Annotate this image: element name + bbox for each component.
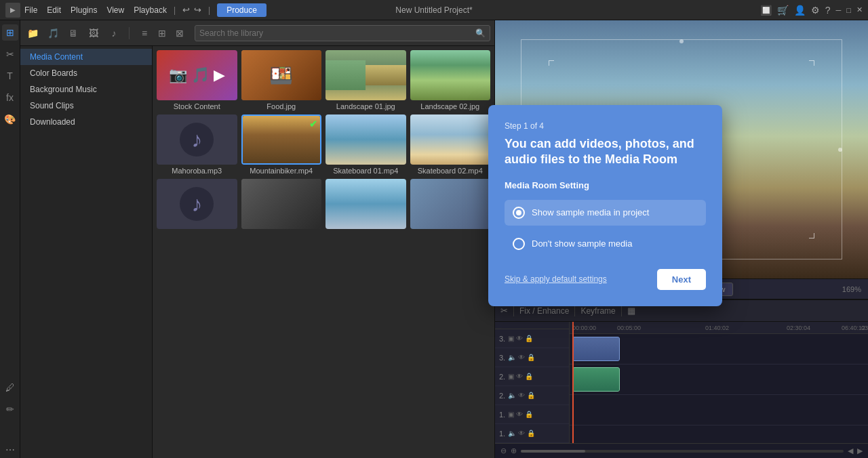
nav-sound-clips[interactable]: Sound Clips	[20, 98, 152, 114]
skateboard02-thumb[interactable]	[410, 114, 491, 165]
list-item[interactable]: 📷 🎵 ▶ Stock Content	[157, 50, 237, 110]
list-item[interactable]: Landscape 02.jpg	[410, 50, 491, 110]
audio-filter-icon[interactable]: 🎵	[45, 25, 61, 41]
undo-icon[interactable]: ↩	[182, 5, 190, 15]
mountainbiker-thumb[interactable]: ✔	[241, 114, 322, 165]
track-2v-area[interactable]	[570, 395, 868, 425]
track-2a-area[interactable]	[570, 425, 868, 443]
landscape02-thumb[interactable]	[410, 50, 491, 100]
list-view-icon[interactable]: ≡	[136, 25, 153, 41]
timeline-scrollbar[interactable]	[521, 450, 844, 453]
menu-file[interactable]: File	[24, 5, 37, 15]
track-lock-icon[interactable]: 🔒	[527, 354, 535, 361]
radio-dont-show[interactable]: Don't show sample media	[505, 231, 706, 257]
clip-3v[interactable]	[572, 337, 620, 361]
clip-3a[interactable]	[572, 367, 620, 392]
search-icon[interactable]: 🔍	[475, 28, 486, 38]
video-filter-icon[interactable]: 🖥	[65, 25, 81, 41]
nav-downloaded[interactable]: Downloaded	[20, 114, 152, 130]
track-eye-icon[interactable]: 👁	[518, 430, 525, 437]
plane-thumb[interactable]	[410, 179, 491, 229]
settings-icon[interactable]: ⚙	[811, 5, 820, 16]
list-item[interactable]	[410, 179, 491, 231]
list-item[interactable]: ♪ Mahoroba.mp3	[157, 114, 237, 175]
pushup-thumb[interactable]	[241, 179, 322, 229]
menu-plugins[interactable]: Plugins	[71, 5, 97, 15]
image-filter-icon[interactable]: 🖼	[85, 25, 102, 41]
list-item[interactable]: ✔ Mountainbiker.mp4	[241, 114, 322, 175]
minimize-icon[interactable]: ─	[836, 6, 842, 14]
keyframe-label[interactable]: Keyframe	[580, 306, 615, 316]
track-box-icon: ▣	[508, 411, 514, 418]
landscape01-thumb[interactable]	[326, 50, 406, 100]
track-lock-icon[interactable]: 🔒	[525, 411, 533, 418]
grid-view-icon[interactable]: ⊞	[154, 25, 170, 41]
sidebar-pencil-icon[interactable]: ✏	[2, 401, 18, 417]
track-3a-area[interactable]	[570, 365, 868, 395]
mahoroba-thumb[interactable]: ♪	[157, 114, 237, 165]
track-lock-icon[interactable]: 🔒	[525, 335, 533, 342]
large-grid-icon[interactable]: ⊠	[172, 25, 188, 41]
nav-background-music[interactable]: Background Music	[20, 81, 152, 98]
sidebar-media-icon[interactable]: ⊞	[2, 24, 18, 41]
sidebar-text-icon[interactable]: T	[2, 68, 18, 84]
sidebar-cut-icon[interactable]: ✂	[2, 46, 18, 62]
track-3v-area[interactable]	[570, 334, 868, 365]
import-folder-icon[interactable]: 📁	[24, 25, 41, 41]
scroll-right-icon[interactable]: ▶	[857, 446, 863, 455]
sidebar-pen-icon[interactable]: 🖊	[2, 379, 18, 396]
menu-playback[interactable]: Playback	[134, 5, 167, 15]
help-icon[interactable]: ?	[825, 5, 831, 16]
track-lock-icon[interactable]: 🔒	[527, 430, 535, 437]
surf-thumb[interactable]	[326, 179, 406, 229]
music-filter-icon[interactable]: ♪	[106, 25, 122, 41]
cut-icon[interactable]: ✂	[500, 306, 508, 316]
track-eye-icon[interactable]: 👁	[516, 411, 523, 418]
skip-link[interactable]: Skip & apply default settings	[505, 274, 607, 284]
nav-media-content[interactable]: Media Content	[20, 49, 152, 65]
list-item[interactable]: 🍱 Food.jpg	[241, 50, 322, 110]
menu-view[interactable]: View	[106, 5, 124, 15]
search-input[interactable]	[199, 28, 473, 38]
fix-enhance-label[interactable]: Fix / Enhance	[519, 306, 569, 316]
radio-show-sample[interactable]: Show sample media in project	[505, 200, 706, 226]
track-eye-icon[interactable]: 👁	[516, 335, 523, 342]
nav-color-boards[interactable]: Color Boards	[20, 65, 152, 81]
ruler-mark: 02:30:04	[787, 325, 810, 331]
list-item[interactable]: Landscape 01.jpg	[326, 50, 406, 110]
produce-button[interactable]: Produce	[217, 3, 267, 17]
sidebar-color-icon[interactable]: 🎨	[2, 111, 18, 127]
food-thumb[interactable]: 🍱	[241, 50, 322, 100]
list-item[interactable]	[241, 179, 322, 231]
redo-icon[interactable]: ↪	[194, 5, 201, 15]
sidebar-more-icon[interactable]: ⋯	[2, 442, 18, 458]
zoom-out-icon[interactable]: ⊖	[500, 446, 507, 455]
sidebar-fx-icon[interactable]: fx	[2, 89, 18, 106]
menu-edit[interactable]: Edit	[47, 5, 61, 15]
track-eye-icon[interactable]: 👁	[518, 392, 525, 399]
scroll-left-icon[interactable]: ◀	[848, 446, 853, 455]
next-button[interactable]: Next	[657, 269, 706, 290]
list-item[interactable]: Skateboard 02.mp4	[410, 114, 491, 175]
stock-content-thumb[interactable]: 📷 🎵 ▶	[157, 50, 237, 100]
track-label-3a: 3. 🔈 👁 🔒	[495, 348, 569, 367]
zoom-in-icon[interactable]: ⊕	[511, 446, 517, 455]
audio2-thumb[interactable]: ♪	[157, 179, 237, 229]
close-icon[interactable]: ✕	[856, 5, 863, 14]
list-item[interactable]: Skateboard 01.mp4	[326, 114, 406, 175]
list-item[interactable]	[326, 179, 406, 231]
storyboard-icon[interactable]: ▦	[627, 306, 635, 316]
media-grid: 📷 🎵 ▶ Stock Content 🍱 Food	[157, 50, 490, 231]
maximize-icon[interactable]: □	[846, 6, 851, 14]
track-eye-icon[interactable]: 👁	[516, 373, 523, 380]
track-eye-icon[interactable]: 👁	[518, 354, 525, 361]
library-icon[interactable]: 🔲	[760, 5, 772, 16]
track-lock-icon[interactable]: 🔒	[525, 373, 533, 380]
list-item[interactable]: ♪	[157, 179, 237, 231]
radio-circle-dont	[513, 238, 525, 250]
dialog-title: You can add videos, photos, and audio fi…	[505, 136, 706, 168]
track-lock-icon[interactable]: 🔒	[527, 392, 535, 399]
account-icon[interactable]: 👤	[794, 5, 806, 16]
cart-icon[interactable]: 🛒	[777, 5, 789, 16]
skateboard01-thumb[interactable]	[326, 114, 406, 165]
